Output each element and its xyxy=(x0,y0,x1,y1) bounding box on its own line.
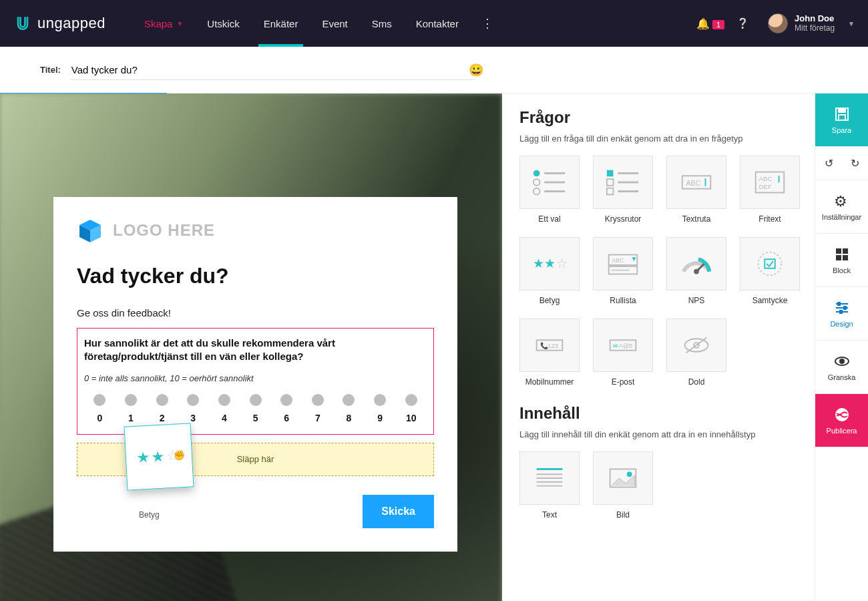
svg-rect-9 xyxy=(607,170,614,177)
svg-rect-11 xyxy=(607,188,614,195)
survey-logo-placeholder[interactable]: LOGO HERE xyxy=(77,217,434,244)
survey-heading[interactable]: Vad tycker du? xyxy=(77,264,434,288)
nps-option[interactable]: 10 xyxy=(395,394,427,423)
tile-bild[interactable]: Bild xyxy=(593,451,653,520)
svg-text:☆: ☆ xyxy=(556,256,568,270)
tile-ett-val[interactable]: Ett val xyxy=(519,156,580,224)
redo-button[interactable]: ↻ xyxy=(851,157,859,170)
checkbox-list-icon xyxy=(604,166,642,198)
svg-rect-60 xyxy=(844,307,846,309)
title-label: Titel: xyxy=(40,65,61,75)
gear-icon: ⚙ xyxy=(834,193,850,209)
nps-option[interactable]: 8 xyxy=(333,394,365,423)
dropdown-icon: ABC xyxy=(604,248,642,280)
textbox-icon: ABC xyxy=(677,166,716,198)
tile-dold[interactable]: Dold xyxy=(666,319,726,387)
emoji-button[interactable]: 😀 xyxy=(469,63,483,77)
nav-sms[interactable]: Sms xyxy=(360,0,404,47)
rail-publish-button[interactable]: Publicera xyxy=(815,394,868,447)
text-block-icon xyxy=(530,462,569,494)
question-tiles: Ett val Kryssrutor ABCTextruta ABCDEFFri… xyxy=(519,156,800,387)
tile-nps[interactable]: NPS xyxy=(666,237,726,305)
tile-epost[interactable]: ✉A@BE-post xyxy=(593,319,653,387)
svg-rect-53 xyxy=(843,248,848,254)
nav-kontakter[interactable]: Kontakter xyxy=(404,0,471,47)
nps-option[interactable]: 6 xyxy=(271,394,302,423)
tile-rullista[interactable]: ABCRullista xyxy=(593,237,653,305)
nav-right: 🔔1 ❔ John Doe Mitt företag ▼ xyxy=(696,13,855,33)
nps-option[interactable]: 4 xyxy=(209,394,240,423)
radio-icon xyxy=(187,394,199,406)
brand-logo[interactable]: ungapped xyxy=(13,14,105,33)
nps-option[interactable]: 2 xyxy=(146,394,178,423)
question-text[interactable]: Hur sannolikt är det att du skulle rekom… xyxy=(84,337,427,364)
drag-ghost-label: Betyg xyxy=(139,510,160,520)
radio-icon xyxy=(343,394,355,406)
rail-preview-button[interactable]: Granska xyxy=(815,341,868,394)
send-button[interactable]: Skicka xyxy=(363,495,434,528)
rail-undo-redo: ↺ ↻ xyxy=(815,147,868,180)
help-button[interactable]: ❔ xyxy=(736,17,749,29)
nps-option[interactable]: 9 xyxy=(365,394,396,423)
nav-more-icon[interactable]: ⋮ xyxy=(475,16,500,31)
svg-text:ABC: ABC xyxy=(612,257,624,264)
nps-option[interactable]: 1 xyxy=(116,394,147,423)
nav-utskick[interactable]: Utskick xyxy=(195,0,251,47)
globe-icon xyxy=(834,407,850,423)
tile-text[interactable]: Text xyxy=(519,451,580,520)
rail-design-button[interactable]: Design xyxy=(815,287,868,341)
nps-option[interactable]: 3 xyxy=(178,394,209,423)
user-menu[interactable]: John Doe Mitt företag ▼ xyxy=(768,13,855,33)
eye-icon xyxy=(834,353,850,369)
drop-hint: Släpp här xyxy=(237,454,274,464)
drag-ghost-betyg: ★★☆ ✊ xyxy=(124,423,194,490)
tile-samtycke[interactable]: Samtycke xyxy=(740,237,800,305)
radio-icon xyxy=(405,394,417,406)
drop-zone[interactable]: Släpp här ★★☆ ✊ Betyg xyxy=(77,443,434,476)
nps-option[interactable]: 5 xyxy=(240,394,271,423)
rail-settings-button[interactable]: ⚙ Inställningar xyxy=(815,180,868,234)
svg-point-31 xyxy=(758,252,782,276)
svg-rect-61 xyxy=(840,311,842,313)
svg-rect-52 xyxy=(836,248,841,254)
consent-icon xyxy=(750,248,789,280)
svg-point-3 xyxy=(533,170,540,177)
svg-text:✉: ✉ xyxy=(613,343,618,349)
undo-button[interactable]: ↺ xyxy=(825,157,833,170)
nps-option[interactable]: 0 xyxy=(84,394,116,423)
tile-kryssrutor[interactable]: Kryssrutor xyxy=(593,156,653,224)
rail-block-button[interactable]: Block xyxy=(815,234,868,287)
survey-card[interactable]: LOGO HERE Vad tycker du? Ge oss din feed… xyxy=(53,197,457,552)
nav-create-label: Skapa xyxy=(144,18,173,29)
radio-icon xyxy=(218,394,230,406)
radio-icon xyxy=(280,394,292,406)
palette-content-heading: Innehåll xyxy=(519,404,800,423)
question-block-nps[interactable]: Hur sannolikt är det att du skulle rekom… xyxy=(77,328,434,435)
title-bar: Titel: 😀 xyxy=(0,47,868,93)
notif-badge: 1 xyxy=(712,20,724,29)
nav-event[interactable]: Event xyxy=(310,0,359,47)
svg-rect-51 xyxy=(839,115,845,120)
rail-save-button[interactable]: Spara xyxy=(815,93,868,147)
svg-rect-54 xyxy=(836,255,841,260)
tile-fritext[interactable]: ABCDEFFritext xyxy=(740,156,800,224)
nav-create[interactable]: Skapa ▼ xyxy=(132,0,195,47)
brand-mark-icon xyxy=(13,14,32,33)
radio-icon xyxy=(312,394,324,406)
tile-textruta[interactable]: ABCTextruta xyxy=(666,156,726,224)
notifications-button[interactable]: 🔔1 xyxy=(696,17,724,30)
tile-mobilnummer[interactable]: 📞123Mobilnummer xyxy=(519,319,580,387)
nav-enkater[interactable]: Enkäter xyxy=(252,0,310,47)
radio-icon xyxy=(156,394,168,406)
avatar xyxy=(768,13,788,33)
palette-questions-heading: Frågor xyxy=(519,108,800,127)
radio-list-icon xyxy=(530,166,569,198)
chevron-down-icon: ▼ xyxy=(176,20,183,27)
question-help[interactable]: 0 = inte alls sannolikt, 10 = oerhört sa… xyxy=(84,373,427,383)
nps-option[interactable]: 7 xyxy=(302,394,333,423)
hidden-icon xyxy=(677,329,716,361)
nps-scale: 0 1 2 3 4 5 6 7 8 9 10 xyxy=(84,394,427,423)
tile-betyg[interactable]: ★★☆Betyg xyxy=(519,237,580,305)
survey-subheading[interactable]: Ge oss din feedback! xyxy=(77,307,434,319)
title-input[interactable] xyxy=(70,60,474,80)
